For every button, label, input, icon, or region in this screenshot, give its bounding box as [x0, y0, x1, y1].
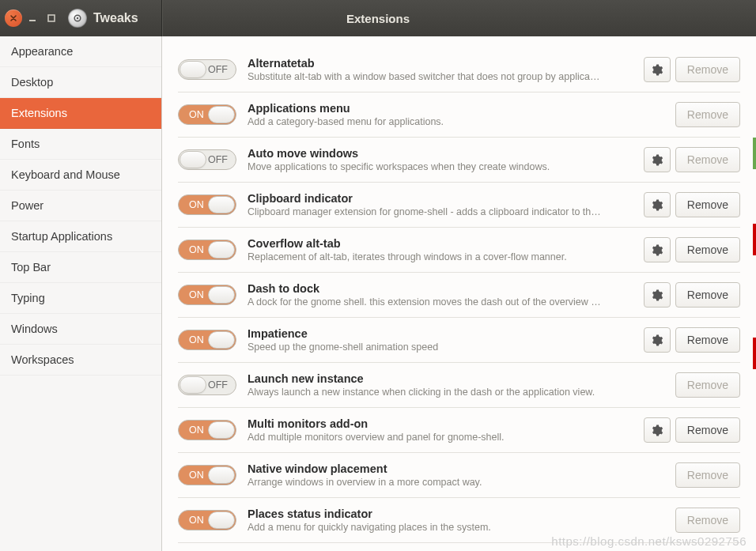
- extension-description: Clipboard manager extension for gnome-sh…: [248, 206, 633, 217]
- extension-settings-button[interactable]: [644, 57, 671, 82]
- sidebar-item-startup-apps[interactable]: Startup Applications: [0, 221, 161, 252]
- extension-remove-button[interactable]: Remove: [675, 327, 740, 353]
- sidebar-item-top-bar[interactable]: Top Bar: [0, 252, 161, 283]
- sidebar-item-label: Startup Applications: [11, 230, 112, 243]
- extension-row: OFFAlternatetabSubstitute alt-tab with a…: [178, 47, 740, 92]
- extension-row: OFFLaunch new instanceAlways launch a ne…: [178, 363, 740, 408]
- titlebar-separator: [161, 0, 162, 36]
- sidebar-item-desktop[interactable]: Desktop: [0, 67, 161, 98]
- extension-settings-button[interactable]: [644, 237, 671, 262]
- extension-row: ONClipboard indicatorClipboard manager e…: [178, 183, 740, 228]
- extension-row: ONPlaces status indicatorAdd a menu for …: [178, 498, 740, 543]
- sidebar-item-label: Appearance: [11, 45, 73, 58]
- extension-actions: Remove: [675, 462, 740, 488]
- extension-actions: Remove: [675, 102, 740, 127]
- extension-settings-button[interactable]: [644, 147, 671, 172]
- sidebar-item-keyboard-mouse[interactable]: Keyboard and Mouse: [0, 160, 161, 191]
- extension-row: ONApplications menuAdd a category-based …: [178, 92, 740, 138]
- extension-row: OFFAuto move windowsMove applications to…: [178, 138, 740, 183]
- extension-toggle[interactable]: ON: [178, 465, 236, 485]
- extension-text: Coverflow alt-tabReplacement of alt-tab,…: [248, 237, 633, 262]
- extension-title: Dash to dock: [248, 282, 633, 295]
- extension-title: Impatience: [248, 327, 633, 340]
- extension-toggle[interactable]: ON: [178, 330, 236, 350]
- extensions-list: OFFAlternatetabSubstitute alt-tab with a…: [162, 36, 756, 551]
- extension-settings-button[interactable]: [644, 282, 671, 308]
- svg-rect-1: [48, 15, 55, 21]
- gear-icon: [650, 243, 663, 257]
- toggle-knob: [208, 421, 235, 439]
- titlebar: Tweaks Extensions: [0, 0, 756, 36]
- extension-text: AlternatetabSubstitute alt-tab with a wi…: [248, 57, 633, 82]
- extension-settings-button[interactable]: [644, 327, 671, 353]
- extension-title: Applications menu: [248, 102, 664, 115]
- toggle-label: ON: [189, 109, 204, 120]
- sidebar-item-label: Fonts: [11, 138, 40, 150]
- app-name: Tweaks: [93, 11, 138, 25]
- sidebar-item-label: Typing: [11, 292, 45, 304]
- maximize-button[interactable]: [43, 9, 60, 27]
- extension-toggle[interactable]: OFF: [178, 149, 236, 170]
- extension-toggle[interactable]: ON: [178, 510, 236, 530]
- toggle-label: ON: [189, 470, 204, 481]
- extension-toggle[interactable]: ON: [178, 104, 236, 125]
- extension-actions: Remove: [644, 417, 740, 443]
- extension-remove-button[interactable]: Remove: [675, 417, 740, 443]
- app-identity: Tweaks: [68, 9, 138, 28]
- sidebar-item-fonts[interactable]: Fonts: [0, 129, 161, 160]
- toggle-label: ON: [189, 244, 204, 255]
- extension-remove-button[interactable]: Remove: [675, 237, 740, 262]
- extension-description: Replacement of alt-tab, iterates through…: [248, 251, 633, 262]
- minimize-button[interactable]: [24, 9, 41, 27]
- gear-icon: [650, 153, 663, 167]
- extension-settings-button[interactable]: [644, 192, 671, 217]
- extension-description: Arrange windows in overview in a more co…: [248, 477, 664, 488]
- sidebar-item-label: Desktop: [11, 76, 53, 89]
- close-button[interactable]: [5, 9, 22, 27]
- extension-description: Substitute alt-tab with a window based s…: [248, 71, 633, 82]
- extension-title: Places status indicator: [248, 508, 664, 520]
- sidebar-item-power[interactable]: Power: [0, 191, 161, 221]
- extension-remove-button[interactable]: Remove: [675, 282, 740, 308]
- extension-settings-button[interactable]: [644, 417, 671, 443]
- window-controls: [0, 9, 60, 27]
- extension-title: Launch new instance: [248, 372, 664, 385]
- sidebar-item-workspaces[interactable]: Workspaces: [0, 345, 161, 376]
- extension-actions: Remove: [675, 508, 740, 533]
- toggle-knob: [208, 286, 235, 304]
- extension-row: ONCoverflow alt-tabReplacement of alt-ta…: [178, 228, 740, 273]
- sidebar: AppearanceDesktopExtensionsFontsKeyboard…: [0, 36, 162, 551]
- extension-actions: Remove: [644, 147, 740, 172]
- extension-remove-button: Remove: [675, 508, 740, 533]
- extension-toggle[interactable]: ON: [178, 194, 236, 215]
- extension-remove-button: Remove: [675, 147, 740, 172]
- sidebar-item-typing[interactable]: Typing: [0, 283, 161, 314]
- extension-toggle[interactable]: OFF: [178, 375, 236, 395]
- toggle-label: ON: [189, 289, 204, 300]
- sidebar-item-extensions[interactable]: Extensions: [0, 98, 161, 129]
- extension-toggle[interactable]: OFF: [178, 59, 236, 80]
- extension-text: Native window placementArrange windows i…: [248, 462, 664, 488]
- sidebar-item-label: Extensions: [11, 107, 67, 119]
- edge-indicator: [753, 224, 756, 255]
- toggle-label: ON: [189, 425, 204, 436]
- toggle-knob: [180, 151, 206, 168]
- extension-remove-button: Remove: [675, 57, 740, 82]
- gear-icon: [650, 63, 663, 77]
- edge-indicator: [753, 138, 756, 169]
- extension-remove-button: Remove: [675, 372, 740, 398]
- sidebar-item-appearance[interactable]: Appearance: [0, 36, 161, 67]
- extension-toggle[interactable]: ON: [178, 240, 236, 260]
- extension-toggle[interactable]: ON: [178, 285, 236, 305]
- extension-toggle[interactable]: ON: [178, 420, 236, 440]
- toggle-label: ON: [189, 334, 204, 345]
- minimize-icon: [28, 13, 37, 23]
- extension-remove-button[interactable]: Remove: [675, 192, 740, 217]
- extension-description: Move applications to specific workspaces…: [248, 161, 633, 172]
- extension-text: Multi monitors add-onAdd multiple monito…: [248, 417, 633, 443]
- close-icon: [9, 14, 17, 22]
- sidebar-item-windows[interactable]: Windows: [0, 314, 161, 345]
- sidebar-item-label: Workspaces: [11, 353, 74, 366]
- gear-icon: [650, 424, 663, 437]
- extension-text: Dash to dockA dock for the gnome shell. …: [248, 282, 633, 308]
